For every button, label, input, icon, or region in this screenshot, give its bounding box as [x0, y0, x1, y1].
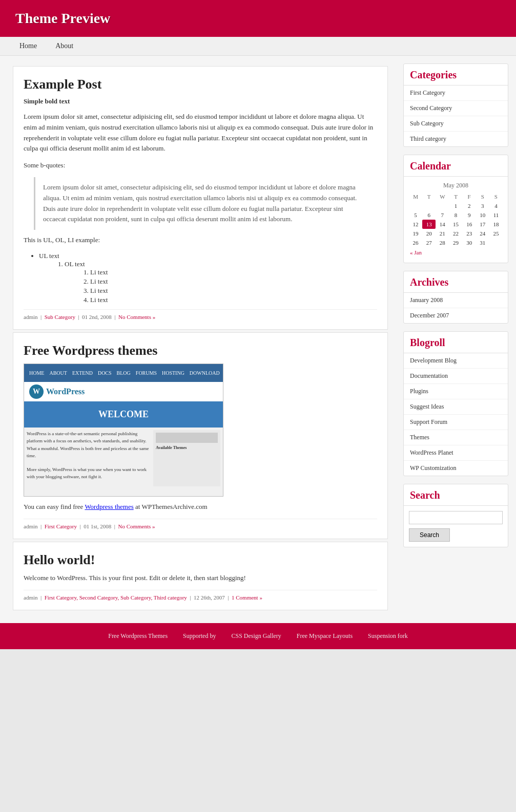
cal-day: 10 [476, 210, 489, 220]
list-item: Suggest Ideas [404, 399, 508, 415]
cal-day: 12 [409, 220, 422, 229]
nav-about[interactable]: About [46, 37, 82, 55]
list-item: Development Blog [404, 353, 508, 369]
calendar-prev[interactable]: « Jan [410, 249, 422, 255]
cal-day: 6 [422, 210, 436, 220]
meta-comments-3[interactable]: 1 Comment » [232, 594, 262, 601]
calendar-table: M T W T F S S [409, 192, 503, 247]
ol-list: OL text Li text Li text Li text Li text [65, 260, 377, 304]
li-item-4: Li text [90, 296, 377, 304]
wp-nav-bar: HOME ABOUT EXTEND DOCS BLOG FORUMS HOSTI… [24, 364, 223, 382]
category-link-1[interactable]: First Category [410, 89, 445, 96]
cal-day: 28 [436, 238, 449, 247]
site-header: Theme Preview [0, 0, 516, 37]
wp-logo: WordPress [24, 382, 223, 401]
blogroll-link-3[interactable]: Plugins [410, 388, 428, 395]
footer-link-4[interactable]: Suspension fork [368, 632, 408, 640]
cal-day: 30 [463, 238, 476, 247]
cal-day: 19 [409, 229, 422, 238]
category-link-4[interactable]: Third category [410, 135, 446, 142]
meta-category-1[interactable]: Sub Category [45, 314, 75, 320]
meta-comments-2[interactable]: No Comments » [118, 523, 155, 529]
post-wordpress: Free Wordpress themes HOME ABOUT EXTEND … [13, 332, 388, 539]
cal-day: 3 [476, 201, 489, 210]
list-item: January 2008 [404, 293, 508, 308]
footer-link-2[interactable]: CSS Design Gallery [231, 632, 281, 640]
list-item: Third category [404, 132, 508, 146]
wp-sidebar-theme: Available Themes [153, 430, 220, 486]
post-body-3: Welcome to WordPress. This is your first… [24, 573, 377, 584]
meta-category-2[interactable]: First Category [45, 523, 77, 529]
wp-theme-label: Available Themes [156, 445, 218, 450]
blogroll-link-6[interactable]: Themes [410, 434, 429, 441]
wordpress-themes-link[interactable]: Wordpress themes [85, 503, 133, 510]
meta-categories-3[interactable]: First Category, Second Category, Sub Cat… [45, 594, 187, 601]
cal-day: 7 [436, 210, 449, 220]
wp-nav-hosting: HOSTING [162, 370, 184, 376]
blogroll-link-7[interactable]: WordPress Planet [410, 449, 453, 456]
calendar-title: Calendar [404, 155, 508, 177]
wp-theme-preview [156, 433, 218, 443]
cal-day [409, 201, 422, 210]
cal-day [489, 238, 503, 247]
meta-date-3: 12 26th, 2007 [194, 594, 225, 601]
search-input[interactable] [409, 511, 503, 524]
list-item: Themes [404, 430, 508, 445]
blogroll-link-2[interactable]: Documentation [410, 372, 448, 379]
calendar-body: May 2008 M T W T F S S [404, 177, 508, 263]
categories-title: Categories [404, 64, 508, 86]
post-title-3: Hello world! [24, 552, 377, 568]
blogroll-link-8[interactable]: WP Customization [410, 464, 457, 472]
search-button[interactable]: Search [409, 528, 450, 542]
footer-link-3[interactable]: Free Myspace Layouts [297, 632, 353, 640]
site-footer: Free Wordpress Themes Supported by CSS D… [0, 623, 516, 649]
cal-th-s2: S [489, 192, 503, 201]
cal-day: 26 [409, 238, 422, 247]
post-meta-3: admin | First Category, Second Category,… [24, 590, 377, 605]
archive-link-2[interactable]: December 2007 [410, 312, 449, 319]
cal-day: 31 [476, 238, 489, 247]
list-item: First Category [404, 86, 508, 101]
calendar-month: May 2008 [409, 182, 503, 189]
archive-link-1[interactable]: January 2008 [410, 296, 443, 304]
cal-day: 29 [449, 238, 462, 247]
wp-screenshot: HOME ABOUT EXTEND DOCS BLOG FORUMS HOSTI… [24, 364, 223, 497]
post-body: Lorem ipsum dolor sit amet, consectetur … [24, 112, 377, 304]
cal-day: 23 [463, 229, 476, 238]
cal-th-s1: S [476, 192, 489, 201]
blogroll-link-5[interactable]: Support Forum [410, 418, 447, 425]
page-wrapper: Example Post Simple bold text Lorem ipsu… [0, 56, 516, 623]
blogroll-title: Blogroll [404, 332, 508, 353]
cal-day [436, 201, 449, 210]
calendar-nav: « Jan [409, 247, 503, 258]
blogroll-link-1[interactable]: Development Blog [410, 357, 457, 364]
bquotes-label: Some b-quotes: [24, 160, 377, 171]
cal-th-f: F [463, 192, 476, 201]
category-link-2[interactable]: Second Category [410, 104, 452, 112]
meta-author-2: admin [24, 523, 38, 529]
cal-day: 5 [409, 210, 422, 220]
meta-author-3: admin [24, 594, 38, 601]
wp-nav-extend: EXTEND [72, 370, 93, 376]
sidebar: Categories First Category Second Categor… [398, 56, 516, 623]
blogroll-link-4[interactable]: Suggest Ideas [410, 403, 444, 410]
nav-home[interactable]: Home [10, 37, 46, 55]
cal-day: 21 [436, 229, 449, 238]
cal-day: 11 [489, 210, 503, 220]
main-content: Example Post Simple bold text Lorem ipsu… [0, 56, 398, 623]
post-text-before-link: You can easy find free [24, 503, 85, 510]
category-link-3[interactable]: Sub Category [410, 120, 444, 127]
categories-widget: Categories First Category Second Categor… [403, 63, 508, 147]
cal-day: 14 [436, 220, 449, 229]
li-item-3: Li text [90, 287, 377, 295]
wp-screenshot-inner: HOME ABOUT EXTEND DOCS BLOG FORUMS HOSTI… [24, 364, 223, 496]
cal-day: 4 [489, 201, 503, 210]
wp-main-description: WordPress is a state-of-the-art semantic… [27, 430, 151, 486]
list-item: WordPress Planet [404, 445, 508, 461]
wp-content-area: WordPress is a state-of-the-art semantic… [24, 428, 223, 489]
li-item-1: Li text [90, 268, 377, 276]
meta-comments-1[interactable]: No Comments » [118, 314, 155, 320]
footer-link-1[interactable]: Free Wordpress Themes [108, 632, 168, 640]
cal-th-w: W [436, 192, 449, 201]
cal-th-t1: T [422, 192, 436, 201]
